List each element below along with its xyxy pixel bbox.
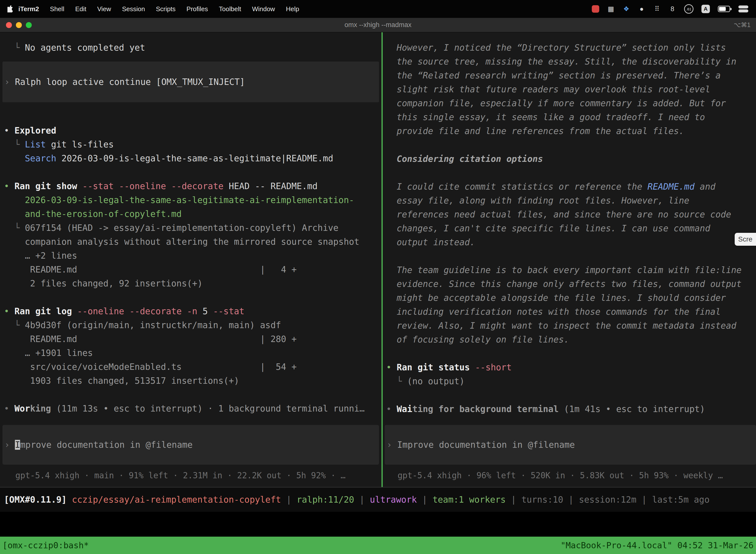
text-segment: Considering citation options [386,154,543,164]
text-segment: and [694,182,715,191]
menu-item-window[interactable]: Window [252,5,275,13]
menu-item-session[interactable]: Session [122,5,145,13]
text-segment: git log [35,306,77,316]
session-status-left: gpt-5.4 xhigh · main · 91% left · 2.31M … [4,468,381,483]
text-segment: Explored [14,126,56,135]
text-segment: | [281,495,297,505]
text-segment: team:1 workers [433,495,506,505]
text-segment: of focusing solely on file lines. [386,335,569,344]
dots-grid-icon[interactable]: ⠿ [653,4,661,13]
terminal-line: The team guideline is to back every impo… [386,263,756,277]
terminal-line: 2026-03-09-is-legal-the-same-as-legitima… [4,193,381,207]
screen-share-overlay-button[interactable]: Scre [735,233,756,246]
text-segment: … +1901 lines [4,348,93,358]
text-segment: Improve documentation in @filename [397,440,575,450]
terminal-line: changes, I can't cite specific file line… [386,221,756,235]
text-segment: --oneline --decorate [77,306,187,316]
terminal-line: slight risk that future readers may over… [386,82,756,96]
battery-percent-ring[interactable]: .61 [684,4,693,14]
text-segment: the “Related research writing” section i… [386,70,721,80]
menu-item-iterm2[interactable]: iTerm2 [18,5,39,13]
text-segment: (11m 13s • esc to interrupt) · 1 backgro… [51,403,365,413]
text-segment: ralph:11/20 [297,495,354,505]
terminal-line: • Waiting for background terminal (1m 41… [386,402,756,416]
control-center-icon[interactable] [738,5,749,13]
screen-recording-indicator[interactable] [592,5,599,13]
text-segment: (1m 41s • esc to interrupt) [559,404,705,414]
terminal-line: essay file, along with finding root file… [386,193,756,208]
text-segment: git ls-files [46,140,114,150]
text-segment: └ [4,223,25,233]
terminal-line [386,249,756,263]
terminal-line: src/voice/voiceModeEnabled.ts | 54 + [4,360,381,374]
menu-item-view[interactable]: View [97,5,111,13]
text-segment: 2026-03-09-is-legal-the-same-as-legitima… [56,153,333,163]
text-segment: 4b9d30f (origin/main, instructkr/main, m… [25,320,281,330]
grid-app-icon[interactable]: ▦ [607,4,615,13]
terminal-line: 1903 files changed, 513517 insertions(+) [4,374,381,388]
text-segment: › [387,440,397,450]
text-segment: • [386,363,397,372]
terminal-line: evidence. Since this change only affects… [386,277,756,291]
text-segment: However, I noticed the “Directory Struct… [386,43,726,53]
terminal-line: might be acceptable alongside the file l… [386,291,756,305]
menu-item-edit[interactable]: Edit [75,5,86,13]
terminal-line: including verification notes with those … [386,305,756,319]
text-segment: Ran [14,306,35,316]
tmux-status-bar: [omx-cczip0:bash* "MacBook-Pro-44.local"… [0,537,756,554]
terminal-line: • Ran git show --stat --oneline --decora… [4,179,381,193]
bottom-gap [0,512,756,537]
text-segment: -n [187,306,203,316]
terminal-line: └ 4b9d30f (origin/main, instructkr/main,… [4,318,381,332]
terminal-line [4,165,381,179]
text-segment: … +2 lines [4,251,77,261]
terminal-line: review. Also, I might want to inspect th… [386,319,756,333]
apple-menu[interactable] [7,5,15,12]
text-segment: the source tree, missing the essay. Stil… [386,57,737,66]
text-segment: Ran [14,181,35,191]
tmux-host-clock: "MacBook-Pro-44.local" 04:52 31-Mar-26 [561,540,754,550]
text-segment: | [354,495,370,505]
text-segment: git status [418,363,475,372]
omx-status-bar: [OMX#0.11.9] cczip/essay/ai-reimplementa… [0,487,756,512]
text-segment: --stat [213,306,244,316]
terminal-pane-right[interactable]: However, I noticed the “Directory Struct… [383,32,756,487]
text-segment: king [30,403,51,413]
menu-item-help[interactable]: Help [286,5,299,13]
app-icon-8[interactable]: 8 [669,4,676,13]
text-segment: • [4,126,14,135]
session-status-right: gpt-5.4 xhigh · 96% left · 520K in · 5.8… [386,468,756,483]
text-segment: └ [4,320,25,330]
blue-app-icon[interactable]: ❖ [623,4,630,13]
text-segment: git show [35,181,82,191]
menu-item-profiles[interactable]: Profiles [187,5,208,13]
menu-item-shell[interactable]: Shell [50,5,64,13]
terminal-line [386,346,756,361]
terminal-line: └ No agents completed yet [4,41,381,55]
window-title-bar[interactable]: omx --xhigh --madmax ⌥⌘1 [0,18,756,32]
terminal-pane-left[interactable]: └ No agents completed yet › Ralph loop a… [0,32,381,487]
terminal-line: the source tree, missing the essay. Stil… [386,55,756,68]
keyboard-layout-icon[interactable]: A [701,5,710,13]
menu-item-scripts[interactable]: Scripts [156,5,175,13]
terminal-line: … +2 lines [4,249,381,263]
text-segment: | [636,495,652,505]
terminal-line: this single essay, it seems like a good … [386,110,756,124]
chat-input-right[interactable]: › Improve documentation in @filename [385,425,756,465]
text-segment: 2 files changed, 92 insertions(+) [4,278,203,288]
text-segment: turns:10 [521,495,563,505]
text-segment: Search [25,153,56,163]
text-segment: • [386,404,397,414]
chat-input-left[interactable]: › Improve documentation in @filename [2,425,379,465]
terminal-line: Considering citation options [386,152,756,166]
menu-item-toolbelt[interactable]: Toolbelt [219,5,241,13]
terminal-line: companion analysis without altering the … [4,235,381,249]
battery-icon[interactable] [718,6,730,12]
text-segment: Wor [14,403,30,413]
menu-status-icons: ▦❖●⠿8.61A [592,4,749,14]
terminal-output-right: However, I noticed the “Directory Struct… [386,41,756,416]
dark-app-icon[interactable]: ● [638,4,645,13]
text-segment: HEAD -- README.md [229,181,317,191]
text-segment: last:5m ago [652,495,710,505]
text-segment: ting for background terminal [412,404,559,414]
